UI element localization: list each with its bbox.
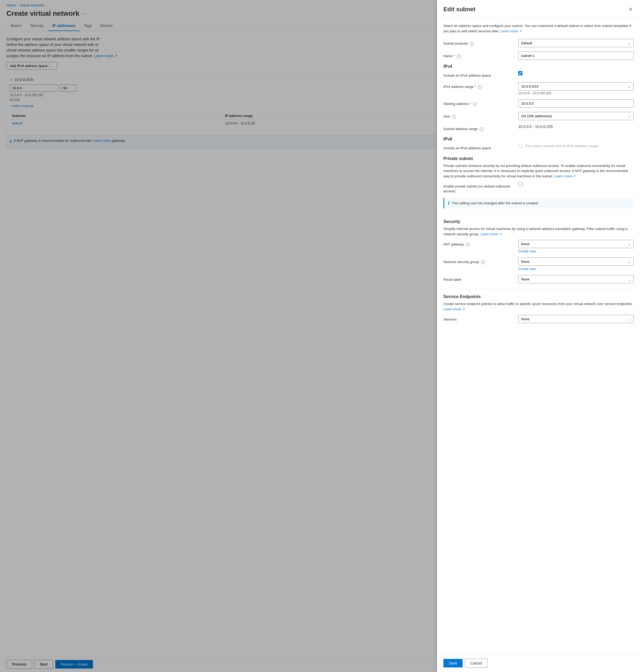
ipv6-section: IPv6 Include an IPv6 address space This … [443, 137, 634, 151]
starting-address-label: Starting address * i [443, 99, 518, 106]
starting-address-info-icon[interactable]: i [473, 102, 477, 106]
subnet-name-control [518, 52, 634, 60]
subnet-name-row: Name * i [443, 52, 634, 60]
service-endpoints-desc: Create service endpoint policies to allo… [443, 301, 634, 312]
private-subnet-learn-more[interactable]: Learn more ↗ [554, 174, 576, 178]
include-ipv4-control [518, 71, 634, 75]
security-section-desc: Simplify internet access for virtual mac… [443, 226, 634, 237]
include-ipv4-row: Include an IPv4 address space [443, 71, 634, 78]
nat-gateway-row: NAT gateway i None Create new [443, 240, 634, 253]
security-section: Security Simplify internet access for vi… [443, 219, 634, 283]
ipv4-range-label: IPv4 address range * i [443, 82, 518, 89]
include-ipv6-row: Include an IPv6 address space This virtu… [443, 144, 634, 151]
subnet-name-label: Name * i [443, 52, 518, 58]
ipv4-range-row: IPv4 address range * i 10.0.0.0/16 10.0.… [443, 82, 634, 95]
ipv4-range-select[interactable]: 10.0.0.0/16 [518, 82, 634, 90]
nsg-select[interactable]: None [518, 258, 634, 266]
ipv6-section-title: IPv6 [443, 137, 634, 142]
private-subnet-info-box: ℹ This setting can't be changed after th… [443, 198, 634, 208]
subnet-range-row: Subnet address range i 10.0.0.0 - 10.0.0… [443, 125, 634, 131]
subnet-purpose-label: Subnet purpose i [443, 39, 518, 46]
ipv4-section: IPv4 Include an IPv4 address space IPv4 … [443, 64, 634, 131]
private-subnet-desc: Private subnets enhance security by not … [443, 163, 634, 179]
starting-address-control [518, 99, 634, 108]
nsg-control: None Create new [518, 258, 634, 271]
nsg-create-new[interactable]: Create new [518, 267, 634, 271]
ipv4-range-control: 10.0.0.0/16 10.0.0.0 - 10.0.255.255 [518, 82, 634, 95]
service-endpoints-title: Service Endpoints [443, 294, 634, 299]
subnet-range-label: Subnet address range i [443, 125, 518, 131]
route-table-control: None [518, 275, 634, 283]
services-select[interactable]: None [518, 315, 634, 323]
nat-gateway-control: None Create new [518, 240, 634, 253]
size-select[interactable]: /24 (256 addresses) /25 (128 addresses) … [518, 112, 634, 120]
cancel-button[interactable]: Cancel [465, 659, 488, 668]
services-control: None [518, 315, 634, 323]
private-subnet-title: Private subnet [443, 156, 634, 161]
ipv6-disabled-text: This virtual network has no IPv6 address… [525, 144, 600, 148]
size-row: Size i /24 (256 addresses) /25 (128 addr… [443, 112, 634, 120]
ipv4-range-sub: 10.0.0.0 - 10.0.255.255 [518, 91, 634, 95]
security-learn-more[interactable]: Learn more ↗ [480, 232, 502, 236]
include-ipv4-checkbox[interactable] [518, 71, 522, 75]
nat-gateway-label: NAT gateway i [443, 240, 518, 247]
size-info-icon[interactable]: i [452, 115, 456, 119]
panel-footer: Save Cancel [437, 654, 640, 672]
starting-address-input[interactable] [518, 99, 634, 108]
subnet-purpose-select[interactable]: Default Azure Firewall Azure Bastion Vir… [518, 39, 634, 47]
subnet-purpose-row: Subnet purpose i Default Azure Firewall … [443, 39, 634, 47]
include-ipv6-checkbox-row: This virtual network has no IPv6 address… [518, 144, 634, 148]
subnet-range-info-icon[interactable]: i [480, 127, 483, 131]
route-table-select[interactable]: None [518, 275, 634, 283]
nsg-info-icon[interactable]: i [481, 260, 485, 264]
enable-private-subnet-label: Enable private subnet (no default outbou… [443, 182, 518, 194]
include-ipv4-label: Include an IPv4 address space [443, 71, 518, 78]
service-endpoints-learn-more[interactable]: Learn more ↗ [443, 307, 465, 311]
starting-address-row: Starting address * i [443, 99, 634, 108]
divider-security [443, 214, 634, 214]
private-subnet-section: Private subnet Private subnets enhance s… [443, 156, 634, 209]
panel-title: Edit subnet [443, 6, 476, 13]
size-control: /24 (256 addresses) /25 (128 addresses) … [518, 112, 634, 120]
panel-content: Select an address space and configure yo… [437, 18, 640, 654]
ipv4-range-info-icon[interactable]: i [478, 85, 482, 89]
nat-gateway-create-new[interactable]: Create new [518, 249, 634, 253]
services-label: Services [443, 315, 518, 322]
include-ipv6-label: Include an IPv6 address space [443, 144, 518, 151]
nsg-label: Network security group i [443, 258, 518, 264]
enable-private-subnet-control [518, 182, 634, 187]
subnet-purpose-info-icon[interactable]: i [470, 42, 474, 46]
divider-service-endpoints [443, 289, 634, 289]
enable-private-subnet-row: Enable private subnet (no default outbou… [443, 182, 634, 194]
nat-gateway-info-icon[interactable]: i [466, 243, 469, 247]
nat-gateway-select[interactable]: None [518, 240, 634, 248]
panel-description: Select an address space and configure yo… [443, 23, 634, 34]
subnet-name-input[interactable] [518, 52, 634, 60]
panel-header: Edit subnet ✕ [437, 0, 640, 18]
include-ipv6-checkbox[interactable] [518, 144, 522, 148]
ipv4-section-title: IPv4 [443, 64, 634, 69]
nsg-row: Network security group i None Create new [443, 258, 634, 271]
info-box-text: This setting can't be changed after the … [452, 201, 538, 205]
save-button[interactable]: Save [443, 659, 463, 668]
size-label: Size i [443, 112, 518, 119]
services-row: Services None [443, 315, 634, 323]
enable-private-subnet-checkbox[interactable] [518, 182, 522, 186]
route-table-row: Route table None [443, 275, 634, 283]
panel-learn-more-link[interactable]: Learn more ↗ [500, 29, 522, 33]
info-box-icon: ℹ [448, 201, 450, 206]
subnet-purpose-select-wrapper: Default Azure Firewall Azure Bastion Vir… [518, 39, 634, 47]
name-info-icon[interactable]: i [457, 55, 461, 58]
include-ipv4-checkbox-row [518, 71, 634, 75]
name-required-marker: * [453, 54, 455, 58]
route-table-label: Route table [443, 275, 518, 282]
edit-subnet-panel: Edit subnet ✕ Select an address space an… [437, 0, 640, 672]
service-endpoints-section: Service Endpoints Create service endpoin… [443, 294, 634, 323]
subnet-purpose-control: Default Azure Firewall Azure Bastion Vir… [518, 39, 634, 47]
panel-close-button[interactable]: ✕ [627, 5, 634, 13]
subnet-range-value: 10.0.0.0 - 10.0.0.255 [518, 125, 634, 129]
security-section-title: Security [443, 219, 634, 224]
include-ipv6-control: This virtual network has no IPv6 address… [518, 144, 634, 148]
